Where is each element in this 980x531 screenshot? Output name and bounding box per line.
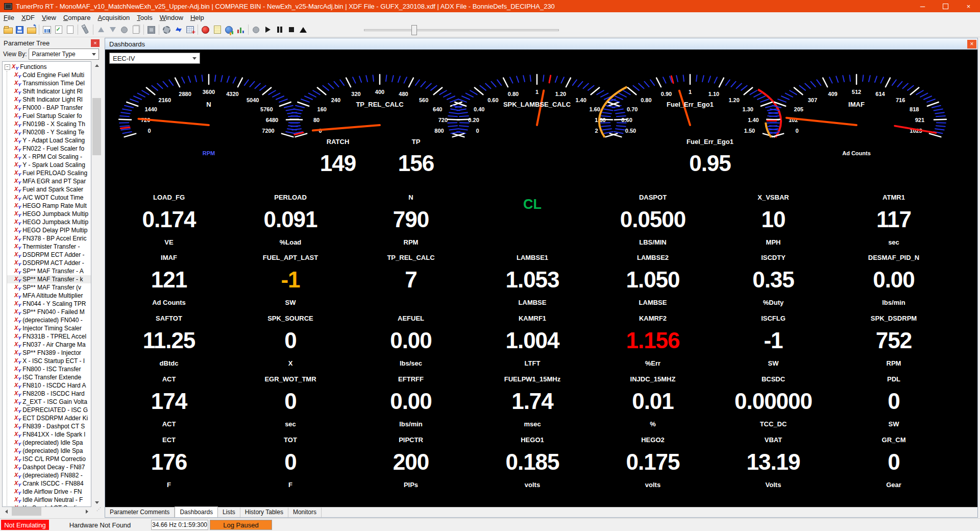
tree-item[interactable]: XYHEGO Delay PIP Multip: [7, 226, 91, 234]
tree-item[interactable]: XYFN810 - ISCDC Hard A: [7, 381, 91, 390]
tree-item[interactable]: XYHEGO Ramp Rate Mult: [7, 202, 91, 210]
pause-button[interactable]: [274, 24, 285, 35]
emulator-chip-button[interactable]: [145, 24, 157, 35]
tree-horizontal-scrollbar[interactable]: [2, 507, 91, 516]
view-by-select[interactable]: Parameter Type: [29, 49, 99, 60]
stop-button[interactable]: [285, 24, 297, 35]
marker-button[interactable]: [297, 24, 309, 35]
tree-item[interactable]: XY(depreciated) Idle Spa: [7, 447, 91, 455]
tree-item[interactable]: XYISC C/L RPM Correctio: [7, 455, 91, 463]
tree-item[interactable]: XY(depreciated) FN882 -: [7, 471, 91, 479]
statistics-button[interactable]: [235, 24, 247, 35]
acquisition-globe-button[interactable]: [223, 24, 235, 35]
tree-item[interactable]: XYShift Indicator Light Rl: [7, 95, 91, 104]
tree-item[interactable]: XYFN020B - Y Scaling Te: [7, 128, 91, 136]
tree-item[interactable]: XYECT DSDRPM Adder Ki: [7, 414, 91, 422]
menu-compare[interactable]: Compare: [60, 13, 94, 22]
scroll-down-icon[interactable]: [92, 498, 101, 507]
tree-item[interactable]: XYY - Adapt Load Scaling: [7, 136, 91, 144]
tree-item[interactable]: XYA/C WOT Cutout Time: [7, 194, 91, 202]
menu-file[interactable]: File: [0, 13, 18, 22]
tree-vertical-scrollbar[interactable]: [92, 61, 101, 507]
tree-item[interactable]: XYShift Indicator Light Rl: [7, 87, 91, 95]
tree-item[interactable]: XYX - ISC Startup ECT - I: [7, 357, 91, 365]
tree-item[interactable]: XYHEGO Jumpback Multip: [7, 210, 91, 218]
tree-item[interactable]: XYFN022 - Fuel Scaler fo: [7, 144, 91, 153]
emulation-led-button[interactable]: [118, 24, 130, 35]
tree-item[interactable]: XYHEGO Jumpback Multip: [7, 218, 91, 226]
tree-root-functions[interactable]: −XYFunctions: [4, 63, 91, 71]
tree-item[interactable]: XYX - RPM Col Scaling -: [7, 153, 91, 161]
tree-item[interactable]: XYFN331B - TPREL Accel: [7, 332, 91, 341]
resize-grip[interactable]: ⋰: [92, 507, 101, 516]
checksum-button[interactable]: [53, 24, 64, 35]
log-bullet-button[interactable]: [250, 24, 262, 35]
collapse-icon[interactable]: −: [5, 64, 10, 70]
tree-item[interactable]: XYTransmission Time Del: [7, 79, 91, 87]
compare-view-button[interactable]: [41, 24, 53, 35]
tree-item[interactable]: XYIdle Airflow Neutral - F: [7, 496, 91, 504]
tree-item[interactable]: XYISC Transfer Extende: [7, 373, 91, 381]
tree-item[interactable]: XYIdle Airflow Drive - FN: [7, 488, 91, 496]
tree-item[interactable]: XYDSDRPM ACT Adder -: [7, 259, 91, 267]
tree-item[interactable]: XY(depreciated) Idle Spa: [7, 439, 91, 447]
tree-item[interactable]: XYFN000 - BAP Transfer: [7, 104, 91, 112]
parameter-tree-close-icon[interactable]: ×: [91, 39, 100, 47]
tree-item[interactable]: XYFuel and Spark Scaler: [7, 185, 91, 194]
tree-item[interactable]: XYDSDRPM ECT Adder -: [7, 251, 91, 259]
slider-thumb[interactable]: [411, 25, 417, 35]
sync-compare-button[interactable]: [173, 24, 184, 35]
play-button[interactable]: [262, 24, 274, 35]
tree-item[interactable]: XYFN044 - Y Scaling TPR: [7, 300, 91, 308]
flash-chip-button[interactable]: [80, 24, 91, 35]
minimize-button[interactable]: ─: [911, 0, 934, 12]
menu-window[interactable]: Window: [156, 13, 187, 22]
tree-item[interactable]: XYSP** FN389 - Injector: [7, 349, 91, 357]
tree-item[interactable]: XYDEPRECIATED - ISC G: [7, 406, 91, 414]
tree-item[interactable]: XYFN019B - X Scaling Th: [7, 120, 91, 128]
download-button[interactable]: [107, 24, 118, 35]
tree-item[interactable]: XYFN820B - ISCDC Hard: [7, 390, 91, 398]
menu-view[interactable]: View: [38, 13, 60, 22]
open-file-button[interactable]: [2, 24, 14, 35]
tree-item[interactable]: XYDashpot Decay - FN87: [7, 463, 91, 471]
tree-item[interactable]: XYFN800 - ISC Transfer: [7, 365, 91, 373]
upload-button[interactable]: [95, 24, 107, 35]
tree-item[interactable]: XYFN037 - Air Charge Ma: [7, 341, 91, 349]
close-button[interactable]: ×: [957, 0, 980, 12]
tab-monitors[interactable]: Monitors: [288, 508, 322, 517]
tab-dashboards[interactable]: Dashboards: [175, 506, 218, 517]
tree-item[interactable]: XYFuel Startup Scaler fo: [7, 112, 91, 120]
tree-item[interactable]: XYSP** FN040 - Failed M: [7, 308, 91, 316]
record-log-button[interactable]: [200, 24, 211, 35]
copy-document-button[interactable]: [130, 24, 142, 35]
tree-item[interactable]: XYCrank ISCDC - FN884: [7, 479, 91, 488]
menu-help[interactable]: Help: [187, 13, 208, 22]
tree-item[interactable]: XYFN378 - BP Accel Enric: [7, 234, 91, 243]
log-notes-button[interactable]: [211, 24, 223, 35]
tree-item[interactable]: XYSP** MAF Transfer - k: [7, 275, 91, 283]
menu-tools[interactable]: Tools: [133, 13, 156, 22]
new-document-button[interactable]: [64, 24, 76, 35]
tree-item[interactable]: XYCold Engine Fuel Multi: [7, 71, 91, 79]
add-table-button[interactable]: [184, 24, 196, 35]
emulation-speed-slider[interactable]: [364, 24, 559, 35]
tree-item[interactable]: XYSP** MAF Transfer - A: [7, 267, 91, 275]
open-recent-button[interactable]: [26, 24, 37, 35]
tree-item[interactable]: XYFuel PERLOAD Scaling: [7, 169, 91, 177]
tab-parameter-comments[interactable]: Parameter Comments: [105, 508, 175, 517]
menu-acquisition[interactable]: Acquisition: [94, 13, 133, 22]
tree-item[interactable]: XY(depreciated) FN040 -: [7, 316, 91, 324]
tree-item[interactable]: XYSP** MAF Transfer (v: [7, 283, 91, 292]
scrollbar-thumb-horizontal[interactable]: [12, 507, 41, 516]
dashboards-close-icon[interactable]: ×: [967, 40, 976, 49]
scroll-left-icon[interactable]: [2, 507, 11, 516]
maximize-button[interactable]: [934, 0, 957, 12]
tree-item[interactable]: XYMFA Altitude Multiplier: [7, 292, 91, 300]
tree-item[interactable]: XYInjector Timing Scaler: [7, 324, 91, 332]
tree-item[interactable]: XYThermister Transfer -: [7, 243, 91, 251]
menu-xdf[interactable]: XDF: [18, 13, 38, 22]
scroll-up-icon[interactable]: [92, 61, 101, 70]
tree-item[interactable]: XYFN839 - Dashpot CT S: [7, 422, 91, 430]
tree-item[interactable]: XYFN841XX - Idle Spark l: [7, 430, 91, 439]
